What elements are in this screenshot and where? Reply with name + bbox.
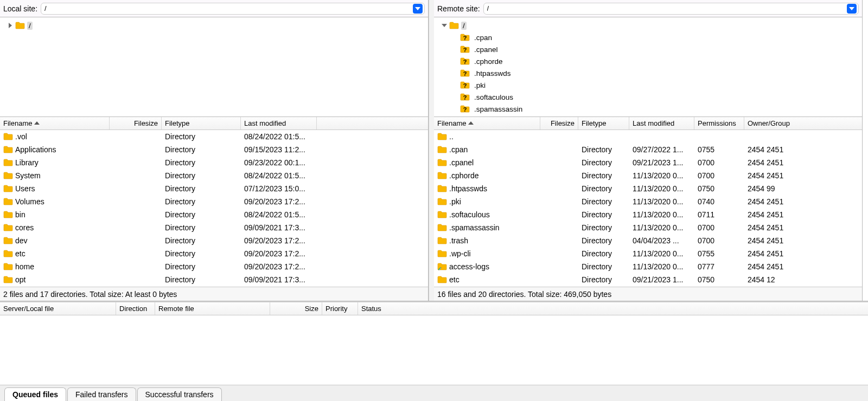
folder-icon — [437, 158, 447, 167]
col-remote-file[interactable]: Remote file — [155, 302, 270, 315]
list-item[interactable]: etcDirectory09/20/2023 17:2... — [0, 247, 428, 260]
local-path-input[interactable] — [44, 4, 413, 12]
file-owner: 2454 2451 — [744, 223, 804, 232]
queue-body[interactable] — [0, 315, 868, 385]
list-item[interactable]: VolumesDirectory09/20/2023 17:2... — [0, 195, 428, 208]
list-item[interactable]: etcDirectory09/21/2023 1...07502454 12 — [434, 273, 862, 286]
col-filesize[interactable]: Filesize — [110, 117, 162, 130]
folder-icon — [437, 171, 447, 180]
sort-asc-icon — [468, 121, 474, 126]
remote-path-input[interactable] — [487, 4, 847, 12]
tree-item-label: .spamassassin — [474, 105, 522, 113]
col-status[interactable]: Status — [358, 302, 868, 315]
list-item[interactable]: .wp-cliDirectory11/13/2020 0...07552454 … — [434, 247, 862, 260]
tree-item-label: .cpanel — [474, 46, 498, 54]
file-type: Directory — [578, 236, 629, 245]
tree-item[interactable]: .cphorde — [434, 55, 862, 67]
folder-icon — [437, 249, 447, 258]
local-list-body[interactable]: .volDirectory08/24/2022 01:5...Applicati… — [0, 130, 428, 287]
col-permissions[interactable]: Permissions — [694, 117, 744, 130]
tab-failed-transfers[interactable]: Failed transfers — [67, 387, 136, 401]
col-size[interactable]: Size — [270, 302, 322, 315]
tree-item-label: .cpan — [474, 34, 492, 42]
list-item[interactable]: access-logsDirectory11/13/2020 0...07772… — [434, 260, 862, 273]
list-item[interactable]: SystemDirectory08/24/2022 01:5... — [0, 169, 428, 182]
tree-item[interactable]: .softaculous — [434, 91, 862, 103]
tab-successful-transfers[interactable]: Successful transfers — [137, 387, 222, 401]
file-owner: 2454 2451 — [744, 262, 804, 271]
remote-tree-root[interactable]: / — [434, 20, 862, 31]
list-item[interactable]: .spamassassinDirectory11/13/2020 0...070… — [434, 221, 862, 234]
col-filesize[interactable]: Filesize — [540, 117, 578, 130]
col-filetype[interactable]: Filetype — [578, 117, 629, 130]
file-owner: 2454 2451 — [744, 210, 804, 219]
folder-icon — [437, 210, 447, 219]
col-priority[interactable]: Priority — [322, 302, 358, 315]
local-tree-root-label: / — [27, 22, 33, 30]
list-item[interactable]: .pkiDirectory11/13/2020 0...07402454 245… — [434, 195, 862, 208]
list-item[interactable]: LibraryDirectory09/23/2022 00:1... — [0, 156, 428, 169]
tree-item-label: .pki — [474, 81, 486, 89]
tab-queued-files[interactable]: Queued files — [4, 387, 66, 401]
file-name: .softaculous — [449, 210, 490, 219]
file-permissions: 0711 — [694, 210, 744, 219]
folder-icon — [437, 132, 447, 141]
file-name: .cphorde — [449, 171, 478, 180]
chevron-right-icon[interactable] — [7, 22, 14, 29]
remote-path-row: Remote site: — [434, 0, 862, 17]
col-server-local-file[interactable]: Server/Local file — [0, 302, 116, 315]
tree-item[interactable]: .pki — [434, 79, 862, 91]
tree-item[interactable]: .cpan — [434, 31, 862, 43]
tree-item[interactable]: .spamassassin — [434, 103, 862, 115]
col-filetype[interactable]: Filetype — [162, 117, 241, 130]
remote-path-combo[interactable] — [483, 3, 859, 15]
col-owner-group[interactable]: Owner/Group — [744, 117, 804, 130]
list-item[interactable]: .volDirectory08/24/2022 01:5... — [0, 130, 428, 143]
dropdown-icon[interactable] — [847, 4, 857, 14]
tree-item[interactable]: .cpanel — [434, 43, 862, 55]
remote-list-body[interactable]: ...cpanDirectory09/27/2022 1...07552454 … — [434, 130, 862, 287]
list-item[interactable]: .cpanelDirectory09/21/2023 1...07002454 … — [434, 156, 862, 169]
file-type: Directory — [578, 184, 629, 193]
col-direction[interactable]: Direction — [116, 302, 155, 315]
tree-item-label: .htpasswds — [474, 69, 511, 77]
file-name: .spamassassin — [449, 223, 500, 232]
remote-tree[interactable]: / .cpan.cpanel.cphorde.htpasswds.pki.sof… — [434, 17, 862, 117]
list-item[interactable]: .cpanDirectory09/27/2022 1...07552454 24… — [434, 143, 862, 156]
col-spacer — [317, 117, 428, 130]
file-permissions: 0750 — [694, 184, 744, 193]
file-type: Directory — [162, 236, 241, 245]
folder-unknown-icon — [460, 93, 470, 101]
local-tree-root[interactable]: / — [0, 20, 428, 31]
list-item[interactable]: .softaculousDirectory11/13/2020 0...0711… — [434, 208, 862, 221]
col-last-modified[interactable]: Last modified — [629, 117, 694, 130]
pane-splitter[interactable] — [429, 0, 434, 301]
list-item[interactable]: devDirectory09/20/2023 17:2... — [0, 234, 428, 247]
list-item[interactable]: .htpasswdsDirectory11/13/2020 0...075024… — [434, 182, 862, 195]
list-item[interactable]: .. — [434, 130, 862, 143]
list-item[interactable]: UsersDirectory07/12/2023 15:0... — [0, 182, 428, 195]
file-type: Directory — [578, 145, 629, 154]
file-permissions: 0700 — [694, 171, 744, 180]
list-item[interactable]: homeDirectory09/20/2023 17:2... — [0, 260, 428, 273]
file-name: .wp-cli — [449, 249, 471, 258]
list-item[interactable]: coresDirectory09/09/2021 17:3... — [0, 221, 428, 234]
local-path-combo[interactable] — [41, 3, 425, 15]
dropdown-icon[interactable] — [413, 4, 423, 14]
chevron-down-icon[interactable] — [441, 22, 448, 29]
list-item[interactable]: .trashDirectory04/04/2023 ...07002454 24… — [434, 234, 862, 247]
col-filename[interactable]: Filename — [0, 117, 110, 130]
list-item[interactable]: binDirectory08/24/2022 01:5... — [0, 208, 428, 221]
file-permissions: 0740 — [694, 197, 744, 206]
local-tree[interactable]: / — [0, 17, 428, 117]
list-item[interactable]: optDirectory09/09/2021 17:3... — [0, 273, 428, 286]
col-filename[interactable]: Filename — [434, 117, 540, 130]
file-owner: 2454 2451 — [744, 249, 804, 258]
file-name: Library — [15, 158, 39, 167]
col-last-modified[interactable]: Last modified — [241, 117, 317, 130]
list-item[interactable]: ApplicationsDirectory09/15/2023 11:2... — [0, 143, 428, 156]
list-item[interactable]: .cphordeDirectory11/13/2020 0...07002454… — [434, 169, 862, 182]
tree-item-label: .softaculous — [474, 93, 513, 101]
tree-item[interactable]: .htpasswds — [434, 67, 862, 79]
folder-unknown-icon — [460, 69, 470, 77]
